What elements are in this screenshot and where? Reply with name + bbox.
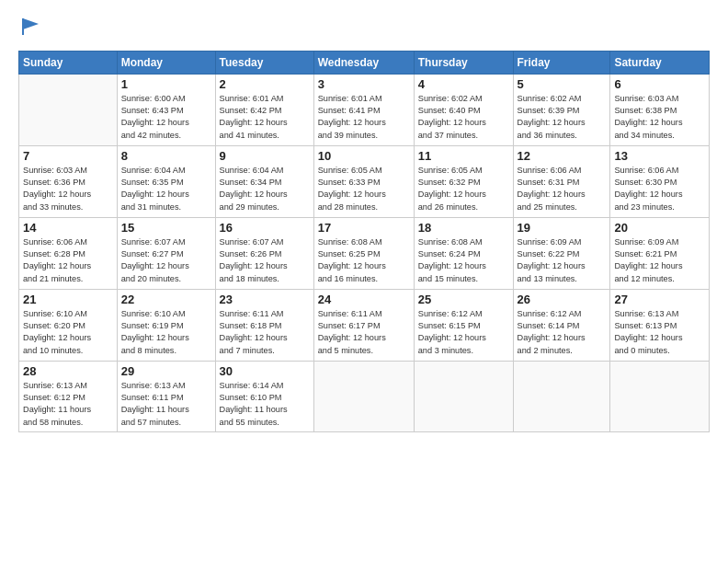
calendar-cell	[513, 361, 610, 431]
day-info: Sunrise: 6:07 AMSunset: 6:26 PMDaylight:…	[220, 236, 310, 285]
day-number: 15	[121, 221, 211, 235]
calendar-cell: 22Sunrise: 6:10 AMSunset: 6:19 PMDayligh…	[117, 289, 215, 361]
weekday-header-wednesday: Wednesday	[313, 51, 414, 74]
calendar-cell: 29Sunrise: 6:13 AMSunset: 6:11 PMDayligh…	[117, 361, 215, 431]
day-number: 19	[518, 221, 607, 235]
page: SundayMondayTuesdayWednesdayThursdayFrid…	[0, 0, 728, 563]
calendar-cell: 11Sunrise: 6:05 AMSunset: 6:32 PMDayligh…	[414, 145, 513, 217]
calendar-cell: 12Sunrise: 6:06 AMSunset: 6:31 PMDayligh…	[513, 145, 610, 217]
calendar-cell: 19Sunrise: 6:09 AMSunset: 6:22 PMDayligh…	[513, 217, 610, 289]
calendar-cell: 25Sunrise: 6:12 AMSunset: 6:15 PMDayligh…	[414, 289, 513, 361]
calendar-header-row: SundayMondayTuesdayWednesdayThursdayFrid…	[19, 51, 710, 74]
day-info: Sunrise: 6:04 AMSunset: 6:35 PMDaylight:…	[121, 165, 211, 213]
day-number: 16	[220, 221, 310, 235]
day-info: Sunrise: 6:06 AMSunset: 6:30 PMDaylight:…	[614, 165, 705, 213]
calendar-cell: 30Sunrise: 6:14 AMSunset: 6:10 PMDayligh…	[215, 361, 313, 431]
day-info: Sunrise: 6:04 AMSunset: 6:34 PMDaylight:…	[220, 165, 310, 213]
day-number: 30	[220, 364, 310, 378]
day-number: 4	[418, 77, 509, 91]
weekday-header-sunday: Sunday	[19, 51, 118, 74]
day-number: 5	[518, 77, 607, 91]
calendar-cell: 27Sunrise: 6:13 AMSunset: 6:13 PMDayligh…	[610, 289, 710, 361]
day-number: 14	[23, 221, 113, 235]
day-info: Sunrise: 6:07 AMSunset: 6:27 PMDaylight:…	[121, 236, 211, 285]
day-info: Sunrise: 6:12 AMSunset: 6:14 PMDaylight:…	[518, 308, 607, 357]
calendar-cell	[610, 361, 710, 431]
calendar-cell: 18Sunrise: 6:08 AMSunset: 6:24 PMDayligh…	[414, 217, 513, 289]
logo	[18, 17, 40, 41]
day-number: 3	[318, 77, 410, 91]
day-number: 9	[220, 149, 310, 163]
calendar-cell: 15Sunrise: 6:07 AMSunset: 6:27 PMDayligh…	[117, 217, 215, 289]
day-number: 23	[220, 293, 310, 306]
calendar-cell: 1Sunrise: 6:00 AMSunset: 6:43 PMDaylight…	[117, 74, 215, 145]
calendar-cell: 3Sunrise: 6:01 AMSunset: 6:41 PMDaylight…	[313, 74, 414, 145]
calendar-cell: 2Sunrise: 6:01 AMSunset: 6:42 PMDaylight…	[215, 74, 313, 145]
day-info: Sunrise: 6:08 AMSunset: 6:24 PMDaylight:…	[418, 236, 509, 285]
calendar-cell: 6Sunrise: 6:03 AMSunset: 6:38 PMDaylight…	[610, 74, 710, 145]
calendar-cell: 21Sunrise: 6:10 AMSunset: 6:20 PMDayligh…	[19, 289, 118, 361]
weekday-header-monday: Monday	[117, 51, 215, 74]
day-number: 10	[318, 149, 410, 163]
day-number: 13	[614, 149, 705, 163]
calendar-table: SundayMondayTuesdayWednesdayThursdayFrid…	[18, 51, 710, 432]
day-number: 2	[220, 77, 310, 91]
weekday-header-thursday: Thursday	[414, 51, 513, 74]
calendar-cell: 8Sunrise: 6:04 AMSunset: 6:35 PMDaylight…	[117, 145, 215, 217]
day-info: Sunrise: 6:01 AMSunset: 6:41 PMDaylight:…	[318, 93, 410, 142]
calendar-cell: 16Sunrise: 6:07 AMSunset: 6:26 PMDayligh…	[215, 217, 313, 289]
day-number: 11	[418, 149, 509, 163]
calendar-cell: 14Sunrise: 6:06 AMSunset: 6:28 PMDayligh…	[19, 217, 118, 289]
day-info: Sunrise: 6:10 AMSunset: 6:19 PMDaylight:…	[121, 308, 211, 357]
day-info: Sunrise: 6:01 AMSunset: 6:42 PMDaylight:…	[220, 93, 310, 142]
calendar-cell	[313, 361, 414, 431]
calendar-cell: 5Sunrise: 6:02 AMSunset: 6:39 PMDaylight…	[513, 74, 610, 145]
day-number: 26	[518, 293, 607, 306]
day-info: Sunrise: 6:06 AMSunset: 6:28 PMDaylight:…	[23, 236, 113, 285]
day-number: 6	[614, 77, 705, 91]
day-info: Sunrise: 6:05 AMSunset: 6:32 PMDaylight:…	[418, 165, 509, 213]
calendar-cell: 9Sunrise: 6:04 AMSunset: 6:34 PMDaylight…	[215, 145, 313, 217]
logo-flag-icon	[20, 17, 40, 37]
day-number: 1	[121, 77, 211, 91]
calendar-cell: 24Sunrise: 6:11 AMSunset: 6:17 PMDayligh…	[313, 289, 414, 361]
day-info: Sunrise: 6:03 AMSunset: 6:38 PMDaylight:…	[614, 93, 705, 142]
day-number: 24	[318, 293, 410, 306]
day-info: Sunrise: 6:09 AMSunset: 6:22 PMDaylight:…	[518, 236, 607, 285]
day-number: 20	[614, 221, 705, 235]
day-number: 17	[318, 221, 410, 235]
calendar-cell: 17Sunrise: 6:08 AMSunset: 6:25 PMDayligh…	[313, 217, 414, 289]
calendar-cell: 4Sunrise: 6:02 AMSunset: 6:40 PMDaylight…	[414, 74, 513, 145]
weekday-header-saturday: Saturday	[610, 51, 710, 74]
day-info: Sunrise: 6:13 AMSunset: 6:11 PMDaylight:…	[121, 380, 211, 429]
header	[18, 17, 710, 41]
calendar-cell: 20Sunrise: 6:09 AMSunset: 6:21 PMDayligh…	[610, 217, 710, 289]
day-number: 8	[121, 149, 211, 163]
calendar-cell: 13Sunrise: 6:06 AMSunset: 6:30 PMDayligh…	[610, 145, 710, 217]
day-number: 25	[418, 293, 509, 306]
day-info: Sunrise: 6:05 AMSunset: 6:33 PMDaylight:…	[318, 165, 410, 213]
day-info: Sunrise: 6:02 AMSunset: 6:39 PMDaylight:…	[518, 93, 607, 142]
day-number: 18	[418, 221, 509, 235]
day-number: 27	[614, 293, 705, 306]
day-number: 22	[121, 293, 211, 306]
day-info: Sunrise: 6:13 AMSunset: 6:13 PMDaylight:…	[614, 308, 705, 357]
weekday-header-friday: Friday	[513, 51, 610, 74]
day-info: Sunrise: 6:09 AMSunset: 6:21 PMDaylight:…	[614, 236, 705, 285]
svg-marker-0	[23, 18, 39, 29]
weekday-header-tuesday: Tuesday	[215, 51, 313, 74]
day-info: Sunrise: 6:11 AMSunset: 6:18 PMDaylight:…	[220, 308, 310, 357]
day-info: Sunrise: 6:11 AMSunset: 6:17 PMDaylight:…	[318, 308, 410, 357]
day-info: Sunrise: 6:14 AMSunset: 6:10 PMDaylight:…	[220, 380, 310, 429]
day-info: Sunrise: 6:02 AMSunset: 6:40 PMDaylight:…	[418, 93, 509, 142]
day-info: Sunrise: 6:03 AMSunset: 6:36 PMDaylight:…	[23, 165, 113, 213]
day-info: Sunrise: 6:12 AMSunset: 6:15 PMDaylight:…	[418, 308, 509, 357]
calendar-cell	[414, 361, 513, 431]
calendar-cell: 23Sunrise: 6:11 AMSunset: 6:18 PMDayligh…	[215, 289, 313, 361]
calendar-cell: 10Sunrise: 6:05 AMSunset: 6:33 PMDayligh…	[313, 145, 414, 217]
calendar-cell	[19, 74, 118, 145]
day-info: Sunrise: 6:08 AMSunset: 6:25 PMDaylight:…	[318, 236, 410, 285]
day-info: Sunrise: 6:10 AMSunset: 6:20 PMDaylight:…	[23, 308, 113, 357]
calendar-cell: 26Sunrise: 6:12 AMSunset: 6:14 PMDayligh…	[513, 289, 610, 361]
day-info: Sunrise: 6:13 AMSunset: 6:12 PMDaylight:…	[23, 380, 113, 429]
